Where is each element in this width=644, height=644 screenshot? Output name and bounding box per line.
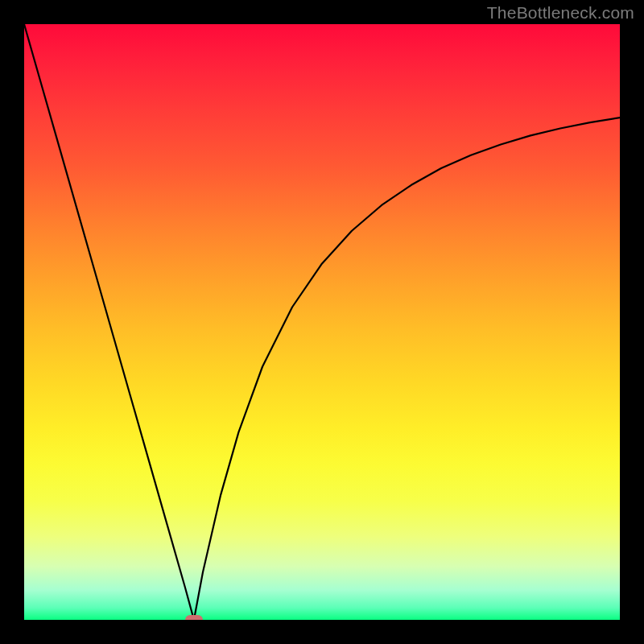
- chart-frame: TheBottleneck.com: [0, 0, 644, 644]
- min-marker: [185, 615, 203, 620]
- plot-area: [24, 24, 620, 620]
- curve-svg: [24, 24, 620, 620]
- watermark-text: TheBottleneck.com: [487, 3, 634, 23]
- curve-path: [24, 24, 620, 620]
